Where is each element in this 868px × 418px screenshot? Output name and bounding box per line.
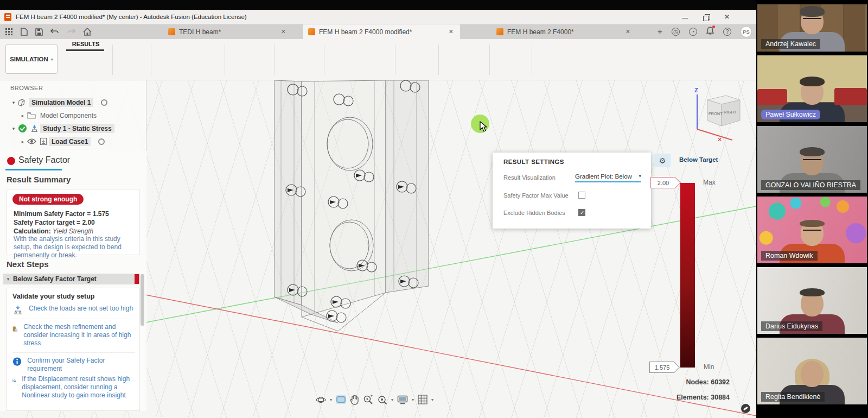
chevron-down-icon[interactable]: ▾ bbox=[330, 397, 332, 402]
legend-color-bar[interactable] bbox=[680, 183, 695, 368]
assistant-icon[interactable] bbox=[741, 404, 750, 413]
workspace-selector[interactable]: SIMULATION▾ bbox=[5, 45, 58, 74]
visibility-radio[interactable] bbox=[98, 138, 105, 145]
look-at-icon[interactable] bbox=[336, 395, 346, 404]
tree-row-study[interactable]: ▾ Study 1 - Static Stress bbox=[0, 124, 146, 133]
result-visualization-label: Result Visualization bbox=[503, 174, 556, 181]
orbit-icon[interactable] bbox=[316, 395, 326, 405]
tree-label[interactable]: Study 1 - Static Stress bbox=[40, 124, 114, 133]
tree-row-model-components[interactable]: ▸ Model Components bbox=[0, 111, 146, 120]
ribbon-tab-underline bbox=[66, 49, 104, 51]
participant-tile[interactable]: GONZALO VALIÑO RIESTRA bbox=[757, 126, 867, 193]
app-grid-menu-icon[interactable] bbox=[5, 28, 13, 36]
next-step-item[interactable]: If the Displacement result shows high di… bbox=[12, 375, 136, 400]
tree-row-simulation-model[interactable]: ▾ Simulation Model 1 bbox=[0, 98, 146, 107]
legend-min-input[interactable]: 1.575 bbox=[649, 362, 681, 373]
undo-icon[interactable] bbox=[50, 28, 59, 35]
tab-tedi-h-beam[interactable]: TEDI H beam* ✕ bbox=[163, 24, 296, 39]
safety-factor-max-checkbox[interactable] bbox=[578, 192, 585, 199]
save-icon[interactable] bbox=[35, 28, 43, 36]
h-beam-model[interactable] bbox=[275, 80, 429, 331]
result-settings-dialog: RESULT SETTINGS Result Visualization Gra… bbox=[493, 153, 651, 229]
pan-icon[interactable] bbox=[350, 395, 359, 405]
title-bar: FEM H beam 2 F4000 modified* (My center)… bbox=[0, 10, 756, 24]
legend-settings-gear-icon[interactable]: ⚙ bbox=[654, 154, 671, 167]
panel-scrollbar[interactable] bbox=[141, 274, 144, 326]
chevron-down-icon[interactable]: ▾ bbox=[412, 397, 414, 402]
safety-factor-title[interactable]: Safety Factor bbox=[18, 155, 70, 165]
participant-tile[interactable]: Regita Bendikienė bbox=[757, 338, 867, 404]
home-icon[interactable] bbox=[83, 28, 92, 36]
legend-min-value[interactable]: 1.575 bbox=[649, 362, 674, 373]
participant-tile[interactable]: Roman Wdowik bbox=[757, 197, 867, 263]
tree-row-load-case[interactable]: ▸ Load Case1 bbox=[0, 137, 146, 146]
tree-label[interactable]: Simulation Model 1 bbox=[29, 98, 93, 107]
x-axis-marker: ✕ bbox=[717, 136, 722, 143]
participant-tile[interactable]: Andrzej Kawalec bbox=[757, 4, 867, 52]
calc-label: Calculation: bbox=[14, 227, 51, 235]
help-icon[interactable]: ? bbox=[723, 28, 731, 36]
result-summary-header: Result Summary bbox=[7, 175, 71, 184]
fit-icon[interactable] bbox=[377, 395, 387, 405]
eye-icon[interactable] bbox=[27, 138, 36, 144]
legend-max-value[interactable]: 2.00 bbox=[650, 177, 675, 188]
below-target-group-row[interactable]: ▾ Below Safety Factor Target bbox=[3, 274, 140, 284]
next-step-text[interactable]: If the Displacement result shows high di… bbox=[22, 375, 136, 400]
job-status-icon[interactable]: ◷ bbox=[672, 28, 680, 36]
notifications-bell-icon[interactable] bbox=[706, 27, 714, 37]
tab-close-icon[interactable]: ✕ bbox=[281, 28, 286, 35]
chevron-right-icon[interactable]: ▸ bbox=[20, 113, 25, 118]
participant-tile[interactable]: Paweł Sułkowicz bbox=[757, 55, 867, 122]
clock-icon[interactable]: ◔ bbox=[689, 28, 697, 36]
next-step-text[interactable]: Check the loads are not set too high bbox=[29, 305, 133, 313]
tree-label[interactable]: Model Components bbox=[37, 111, 99, 120]
chevron-down-icon[interactable]: ▾ bbox=[3, 276, 13, 282]
zoom-icon[interactable] bbox=[363, 395, 373, 405]
tab-close-icon[interactable]: ✕ bbox=[626, 28, 630, 35]
chevron-down-icon[interactable]: ▾ bbox=[11, 100, 16, 105]
chevron-down-icon[interactable]: ▾ bbox=[11, 126, 16, 131]
notification-dot bbox=[712, 26, 715, 28]
tab-fem-h-beam-modified[interactable]: FEM H beam 2 F4000 modified* ✕ bbox=[303, 24, 460, 39]
redo-icon[interactable] bbox=[67, 28, 75, 35]
chevron-down-icon[interactable]: ▾ bbox=[391, 397, 393, 402]
red-flag-marker bbox=[135, 274, 139, 284]
new-tab-icon[interactable]: + bbox=[658, 27, 662, 37]
minimize-button[interactable] bbox=[682, 14, 689, 20]
exclude-hidden-checkbox[interactable] bbox=[578, 209, 585, 216]
tree-label[interactable]: Load Case1 bbox=[49, 137, 91, 146]
dialog-title: RESULT SETTINGS bbox=[503, 159, 564, 165]
close-button[interactable]: ✕ bbox=[724, 14, 731, 20]
result-visualization-dropdown[interactable]: Gradient Plot: Below bbox=[575, 173, 641, 182]
chevron-right-icon[interactable]: ▸ bbox=[20, 139, 25, 144]
ribbon-tab-results[interactable]: RESULTS bbox=[64, 41, 107, 47]
info-icon bbox=[12, 357, 22, 366]
document-icon bbox=[496, 28, 503, 35]
nonlinear-study-icon bbox=[12, 375, 16, 386]
participant-name: Roman Wdowik bbox=[761, 251, 818, 261]
grid-layout-icon[interactable] bbox=[418, 395, 427, 404]
workspace-label: SIMULATION bbox=[10, 56, 48, 62]
display-settings-icon[interactable] bbox=[397, 395, 408, 404]
next-step-item[interactable]: Check the mesh refinement and consider i… bbox=[12, 323, 136, 347]
chevron-down-icon: ▾ bbox=[51, 57, 53, 62]
participant-tile[interactable]: Darius Eidukynas bbox=[757, 267, 867, 334]
fusion-app-icon bbox=[4, 13, 11, 21]
next-step-text[interactable]: Check the mesh refinement and consider i… bbox=[23, 323, 136, 347]
left-panel: BROWSER ▾ Simulation Model 1 ▸ Model Com… bbox=[0, 80, 146, 411]
analysis-note: With the analysis criteria in this study… bbox=[14, 235, 136, 259]
file-menu-icon[interactable] bbox=[21, 28, 28, 36]
chevron-down-icon[interactable]: ▾ bbox=[431, 397, 433, 402]
restore-button[interactable] bbox=[703, 14, 710, 20]
participant-name: Paweł Sułkowicz bbox=[761, 110, 820, 119]
tab-close-icon[interactable]: ✕ bbox=[449, 28, 454, 35]
user-avatar[interactable]: PS bbox=[741, 26, 752, 37]
ribbon-toolbar: SIMULATION▾ RESULTS STUDY COMPARE 0 bbox=[0, 39, 756, 80]
screenshot-root: { "titlebar": { "title": "FEM H beam 2 F… bbox=[0, 0, 868, 418]
min-safety-factor: Minimum Safety Factor = 1.575 bbox=[14, 210, 109, 218]
legend-max-input[interactable]: 2.00 bbox=[650, 177, 682, 188]
tab-fem-h-beam[interactable]: FEM H beam 2 F4000* ✕ bbox=[491, 24, 635, 39]
next-step-item[interactable]: Check the loads are not set too high bbox=[12, 305, 136, 315]
visibility-radio[interactable] bbox=[101, 99, 107, 106]
view-cube[interactable]: Z FRONT RIGHT ✕ bbox=[694, 87, 740, 143]
